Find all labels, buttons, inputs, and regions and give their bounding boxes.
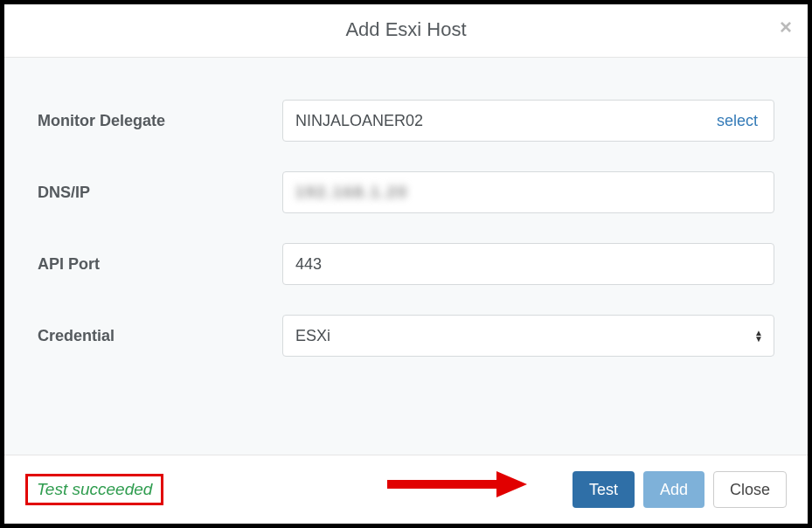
modal-body: Monitor Delegate NINJALOANER02 select DN… (4, 58, 808, 455)
test-button[interactable]: Test (573, 471, 635, 508)
footer-buttons: Test Add Close (573, 471, 787, 508)
add-button[interactable]: Add (643, 471, 704, 508)
modal-header: Add Esxi Host × (4, 4, 808, 58)
label-dns-ip: DNS/IP (38, 184, 282, 202)
credential-select[interactable]: ESXi ▲▼ (282, 315, 774, 357)
modal-footer: Test succeeded Test Add Close (4, 455, 808, 524)
monitor-delegate-value: NINJALOANER02 (295, 112, 423, 130)
label-credential: Credential (38, 327, 282, 345)
chevron-updown-icon: ▲▼ (754, 330, 763, 342)
api-port-input[interactable]: 443 (282, 243, 774, 285)
select-delegate-link[interactable]: select (717, 112, 758, 130)
close-icon[interactable]: × (780, 17, 792, 38)
dns-ip-value: 192.168.1.20 (295, 184, 408, 202)
row-monitor-delegate: Monitor Delegate NINJALOANER02 select (38, 100, 774, 142)
row-credential: Credential ESXi ▲▼ (38, 315, 774, 357)
close-button[interactable]: Close (713, 471, 787, 508)
api-port-value: 443 (295, 255, 322, 274)
row-dns-ip: DNS/IP 192.168.1.20 (38, 171, 774, 213)
modal-title: Add Esxi Host (22, 18, 790, 41)
monitor-delegate-field[interactable]: NINJALOANER02 select (282, 100, 774, 142)
status-message: Test succeeded (25, 474, 163, 505)
credential-value: ESXi (295, 327, 330, 345)
modal-dialog: Add Esxi Host × Monitor Delegate NINJALO… (0, 0, 812, 528)
label-api-port: API Port (38, 255, 282, 274)
dns-ip-input[interactable]: 192.168.1.20 (282, 171, 774, 213)
row-api-port: API Port 443 (38, 243, 774, 285)
label-monitor-delegate: Monitor Delegate (38, 112, 282, 130)
